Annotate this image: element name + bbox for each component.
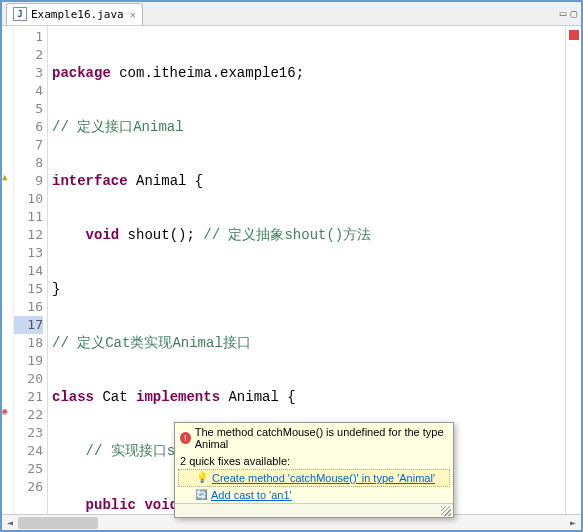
quick-fix-option-2[interactable]: 🔄 Add cast to 'an1' bbox=[175, 487, 453, 503]
error-marker-icon[interactable]: ◉ bbox=[2, 406, 12, 416]
line-number: 10 bbox=[14, 190, 43, 208]
line-number: 6 bbox=[14, 118, 43, 136]
line-number: 25 bbox=[14, 460, 43, 478]
line-number-gutter: 1234567891011121314151617181920212223242… bbox=[14, 26, 48, 514]
quick-fix-link-1[interactable]: Create method 'catchMouse()' in type 'An… bbox=[212, 472, 435, 484]
scroll-thumb[interactable] bbox=[18, 517, 98, 529]
tab-filename: Example16.java bbox=[31, 8, 124, 21]
error-icon: ! bbox=[180, 432, 191, 444]
line-number: 18 bbox=[14, 334, 43, 352]
line-number: 16 bbox=[14, 298, 43, 316]
scroll-right-icon[interactable]: ► bbox=[565, 515, 581, 531]
quick-fix-count: 2 quick fixes available: bbox=[175, 453, 453, 469]
resize-grip-icon[interactable] bbox=[441, 506, 451, 516]
line-number: 4 bbox=[14, 82, 43, 100]
line-number: 1 bbox=[14, 28, 43, 46]
lightbulb-icon: 💡 bbox=[196, 472, 208, 484]
scroll-left-icon[interactable]: ◄ bbox=[2, 515, 18, 531]
line-number: 11 bbox=[14, 208, 43, 226]
quick-fix-popup: ! The method catchMouse() is undefined f… bbox=[174, 422, 454, 518]
line-number: 14 bbox=[14, 262, 43, 280]
maximize-icon[interactable]: ▢ bbox=[570, 7, 577, 20]
line-number: 26 bbox=[14, 478, 43, 496]
line-number: 20 bbox=[14, 370, 43, 388]
line-number: 9 bbox=[14, 172, 43, 190]
java-file-icon: J bbox=[13, 7, 27, 21]
line-number: 3 bbox=[14, 64, 43, 82]
line-number: 13 bbox=[14, 244, 43, 262]
line-number: 5 bbox=[14, 100, 43, 118]
file-tab[interactable]: J Example16.java ✕ bbox=[6, 3, 143, 25]
line-number: 7 bbox=[14, 136, 43, 154]
line-number: 2 bbox=[14, 46, 43, 64]
close-tab-icon[interactable]: ✕ bbox=[130, 9, 136, 20]
quick-fix-option-1[interactable]: 💡 Create method 'catchMouse()' in type '… bbox=[178, 469, 450, 487]
line-number: 19 bbox=[14, 352, 43, 370]
marker-column: ▲ ◉ bbox=[2, 26, 14, 514]
cast-icon: 🔄 bbox=[195, 489, 207, 501]
line-number: 23 bbox=[14, 424, 43, 442]
line-number: 17 bbox=[14, 316, 43, 334]
line-number: 24 bbox=[14, 442, 43, 460]
quick-fix-link-2[interactable]: Add cast to 'an1' bbox=[211, 489, 292, 501]
line-number: 15 bbox=[14, 280, 43, 298]
line-number: 22 bbox=[14, 406, 43, 424]
line-number: 8 bbox=[14, 154, 43, 172]
error-overview-mark[interactable] bbox=[569, 30, 579, 40]
popup-footer bbox=[175, 503, 453, 517]
editor-tab-bar: J Example16.java ✕ ▭ ▢ bbox=[2, 2, 581, 26]
line-number: 12 bbox=[14, 226, 43, 244]
line-number: 21 bbox=[14, 388, 43, 406]
minimize-icon[interactable]: ▭ bbox=[560, 7, 567, 20]
error-message: The method catchMouse() is undefined for… bbox=[195, 426, 448, 450]
override-marker-icon: ▲ bbox=[2, 172, 12, 182]
overview-ruler[interactable] bbox=[565, 26, 581, 514]
